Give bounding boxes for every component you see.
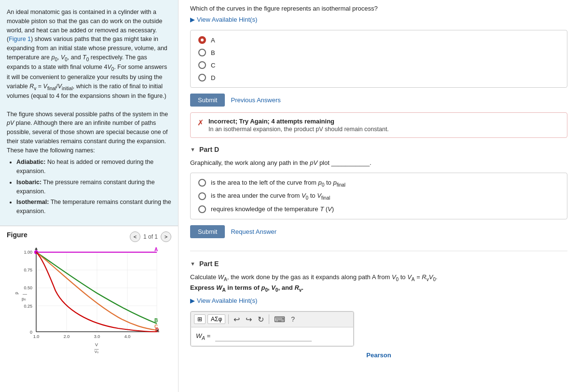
hint-link-part-c[interactable]: ▶ View Available Hint(s) [190,16,567,23]
hint-link-part-e[interactable]: ▶ View Available Hint(s) [190,297,567,304]
answer-options-box: A B C D [190,30,567,88]
hint-link-e-label: View Available Hint(s) [197,297,257,304]
option-label-c: C [211,62,215,69]
part-e-title: Part E [199,260,219,268]
bullet-adiabatic: Adiabatic: No heat is added or removed d… [16,158,171,176]
radio-d[interactable] [198,74,206,81]
figure-section: Figure < 1 of 1 > [0,226,178,392]
part-d-section: ▼ Part D Graphically, the work along any… [190,146,567,251]
option-label-b: B [211,49,215,56]
part-d-options-box: is the area to the left of the curve fro… [190,173,567,219]
svg-text:—: — [23,292,27,297]
option-row-d: D [198,74,559,81]
problem-paragraph-2: The figure shows several possible paths … [7,110,171,155]
option-row-a: A [198,36,559,44]
bullet-isothermal: Isothermal: The temperature remains cons… [16,198,171,216]
option-row-c: C [198,61,559,69]
matrix-button[interactable]: ⊞ [194,314,206,324]
part-d-option-1-label: is the area to the left of the curve fro… [211,179,345,188]
svg-text:p₀: p₀ [22,297,26,301]
option-label-a: A [211,37,215,44]
part-e-question: Calculate WA, the work done by the gas a… [190,272,567,294]
figure-link[interactable]: Figure 1 [9,36,31,42]
part-d-option-1: is the area to the left of the curve fro… [198,179,559,188]
question-text: Which of the curves in the figure repres… [190,0,567,12]
graph-container: 0 0.25 0.50 0.75 1.00 1.0 2.0 3.0 4.0 p … [12,247,166,353]
submit-button-part-d[interactable]: Submit [190,225,225,238]
radio-a[interactable] [198,36,206,44]
submit-button-part-c[interactable]: Submit [190,94,225,107]
matrix-icon: ⊞ [197,316,202,323]
part-d-title: Part D [199,146,219,153]
pearson-logo: Pearson [190,351,567,359]
svg-text:1.00: 1.00 [24,250,32,255]
option-label-d: D [211,74,215,81]
alpha-sigma-button[interactable]: AΣφ [207,314,225,324]
toolbar-separator-2 [269,314,269,324]
hint-link-label: View Available Hint(s) [197,16,257,23]
feedback-title: Incorrect; Try Again; 4 attempts remaini… [208,118,389,125]
svg-text:0.25: 0.25 [24,304,32,309]
figure-next-button[interactable]: > [161,231,171,242]
radio-b[interactable] [198,49,206,56]
right-panel: Which of the curves in the figure repres… [179,0,579,392]
radio-d3[interactable] [198,205,206,213]
math-input-field[interactable] [215,332,312,341]
svg-text:1.0: 1.0 [33,334,39,339]
pearson-text: Pearson [366,351,391,359]
svg-text:B: B [154,318,158,323]
svg-text:p: p [14,292,19,294]
math-input-container: ⊞ AΣφ ↩ ↪ ↻ ⌨ ? WA = [190,311,354,347]
part-d-option-2-label: is the area under the curve from V0 to V… [211,192,330,201]
hint-arrow-e-icon: ▶ [190,297,195,304]
bullet-isobaric: Isobaric: The pressure remains constant … [16,178,171,196]
part-d-option-3-label: requires knowledge of the temperature T … [211,205,334,213]
figure-title: Figure [7,231,28,239]
part-d-option-2: is the area under the curve from V0 to V… [198,192,559,201]
svg-text:0.75: 0.75 [24,268,32,272]
feedback-icon: ✗ [197,118,204,127]
undo-button[interactable]: ↩ [232,314,242,325]
math-toolbar: ⊞ AΣφ ↩ ↪ ↻ ⌨ ? [191,311,354,327]
problem-paragraph-1: An ideal monatomic gas is contained in a… [7,8,171,101]
problem-text: An ideal monatomic gas is contained in a… [0,0,178,226]
hint-arrow-icon: ▶ [190,16,195,23]
radio-c[interactable] [198,61,206,69]
part-d-option-3: requires knowledge of the temperature T … [198,205,559,213]
part-e-express-label: Express WA in terms of p0, V0, and Rv. [190,284,303,291]
part-d-header[interactable]: ▼ Part D [190,146,567,153]
submit-row-part-d: Submit Request Answer [190,225,567,238]
part-d-question: Graphically, the work along any path in … [190,158,567,168]
refresh-button[interactable]: ↻ [256,314,266,325]
keyboard-button[interactable]: ⌨ [272,314,287,325]
svg-text:3.0: 3.0 [94,334,100,339]
figure-prev-button[interactable]: < [130,231,140,242]
math-label: WA = [196,332,210,341]
part-e-arrow-icon: ▼ [190,261,195,267]
alpha-sigma-icon: AΣφ [211,316,222,323]
previous-answers-link[interactable]: Previous Answers [231,96,280,104]
svg-text:A: A [154,247,158,252]
toolbar-separator [228,314,229,324]
submit-row-part-c: Submit Previous Answers [190,94,567,107]
graph-svg: 0 0.25 0.50 0.75 1.00 1.0 2.0 3.0 4.0 p … [12,247,166,353]
part-e-section: ▼ Part E Calculate WA, the work done by … [190,260,567,359]
svg-text:0: 0 [29,330,32,335]
option-row-b: B [198,49,559,56]
figure-nav-count: 1 of 1 [143,233,158,240]
radio-d2[interactable] [198,192,206,200]
feedback-text: In an isothermal expansion, the product … [208,126,389,133]
radio-d1[interactable] [198,179,206,187]
svg-text:V₀: V₀ [94,350,98,353]
help-button[interactable]: ? [289,314,297,324]
part-d-arrow-icon: ▼ [190,147,195,152]
redo-button[interactable]: ↪ [244,314,254,325]
svg-marker-36 [35,247,38,250]
feedback-box: ✗ Incorrect; Try Again; 4 attempts remai… [190,112,567,138]
svg-text:2.0: 2.0 [63,334,69,339]
svg-text:0.50: 0.50 [24,285,32,290]
svg-text:4.0: 4.0 [124,334,130,339]
request-answer-link[interactable]: Request Answer [231,228,276,235]
part-e-header[interactable]: ▼ Part E [190,260,567,268]
math-input-row: WA = [191,327,354,346]
